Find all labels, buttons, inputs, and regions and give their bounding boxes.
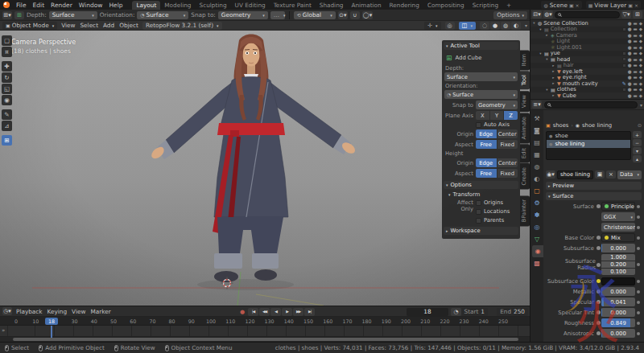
outliner-row[interactable]: ▾ ▤ yue ● ▬ ◆ bbox=[530, 51, 644, 57]
animate-dot[interactable] bbox=[637, 236, 640, 240]
scene-name[interactable]: Scene bbox=[550, 2, 568, 9]
disable-render-camera-icon[interactable]: ◆ bbox=[639, 93, 642, 98]
disable-render-camera-icon[interactable]: ◆ bbox=[639, 45, 642, 50]
shading-solid[interactable]: ● bbox=[490, 22, 500, 30]
channel-expand-icon[interactable]: » bbox=[2, 327, 5, 334]
subsurface-slider[interactable]: 0.000 bbox=[601, 244, 635, 252]
unlink-scene-icon[interactable]: × bbox=[576, 2, 580, 8]
disable-render-camera-icon[interactable]: ◆ bbox=[639, 21, 642, 26]
outliner-row[interactable]: ☼ Light ● ▬ ◆ bbox=[530, 39, 644, 45]
shading-dropdown-icon[interactable]: ▾ bbox=[525, 23, 527, 28]
subsurface-method-dropdown[interactable]: Christensen-Burley bbox=[601, 223, 635, 232]
app-menu-item[interactable]: Edit bbox=[30, 2, 48, 9]
aspect-option-button[interactable]: Fixed bbox=[497, 140, 518, 149]
disable-render-camera-icon[interactable]: ◆ bbox=[639, 27, 642, 31]
snap-dropdown[interactable]: Geometry bbox=[218, 11, 268, 19]
origin-option-button[interactable]: Center bbox=[497, 158, 518, 167]
disable-viewport-icon[interactable]: ▬ bbox=[634, 39, 638, 43]
disclosure-icon[interactable]: ▸ bbox=[551, 93, 555, 97]
tab-view-layer[interactable]: ▦ bbox=[530, 149, 543, 161]
disable-viewport-icon[interactable]: ▬ bbox=[634, 33, 638, 38]
subsurface-color-swatch[interactable] bbox=[601, 277, 635, 285]
depth-dropdown[interactable]: Surface bbox=[49, 11, 97, 19]
hide-viewport-eye-icon[interactable]: ● bbox=[628, 27, 632, 31]
tab-object[interactable]: ▢ bbox=[530, 185, 543, 197]
breadcrumb-object[interactable]: shoes bbox=[553, 122, 569, 129]
transform-orientation-dropdown[interactable]: ⟲Global bbox=[294, 11, 336, 19]
new-scene-icon[interactable]: ▣ bbox=[569, 2, 574, 8]
tab-modifiers[interactable]: ⚙ bbox=[530, 197, 543, 209]
tab-render[interactable]: ◙ bbox=[530, 125, 543, 137]
affect-option-checkbox[interactable] bbox=[476, 218, 481, 224]
tool-scale[interactable]: ◱ bbox=[2, 84, 12, 94]
disable-viewport-icon[interactable]: ▬ bbox=[634, 21, 638, 26]
tab-texture[interactable]: ▩ bbox=[530, 257, 543, 269]
workspace-tab[interactable]: Scripting bbox=[469, 1, 502, 10]
active-tool-icon[interactable]: ⊞▾ bbox=[2, 11, 12, 19]
btn-jump-start[interactable]: |◀ bbox=[248, 308, 258, 316]
orientation-dropdown[interactable]: ◔Surface bbox=[137, 11, 188, 19]
options-panel-header[interactable]: ▾Options bbox=[444, 181, 518, 189]
proportional-editing-icon[interactable]: ◯▾ bbox=[362, 11, 373, 19]
aspect-option-button[interactable]: Fixed bbox=[497, 169, 518, 178]
shading-wireframe[interactable]: ◌ bbox=[480, 22, 489, 30]
hide-viewport-eye-icon[interactable]: ● bbox=[628, 57, 632, 62]
surface-shader-field[interactable]: Principled BSDF bbox=[601, 202, 635, 211]
exclude-checkbox[interactable] bbox=[622, 64, 626, 68]
origin-option-button[interactable]: Center bbox=[497, 129, 518, 138]
tool-select-box[interactable]: ▢ bbox=[2, 35, 12, 46]
gizmo-toggle-icon[interactable]: ✛ bbox=[424, 22, 441, 30]
retopoflow-menu[interactable]: RetopoFlow 3.2.1 (self) bbox=[142, 22, 222, 30]
new-material-icon[interactable]: ▣ bbox=[595, 170, 605, 179]
aspect-option-button[interactable]: Free bbox=[476, 169, 497, 178]
disable-viewport-icon[interactable]: ▬ bbox=[634, 63, 638, 68]
hide-viewport-eye-icon[interactable]: ● bbox=[628, 51, 632, 55]
disable-viewport-icon[interactable]: ▬ bbox=[634, 93, 638, 98]
snap-magnet-icon[interactable]: ∪ bbox=[350, 11, 360, 19]
tab-output[interactable]: ▤ bbox=[530, 137, 543, 149]
outliner-search-input[interactable] bbox=[555, 11, 620, 18]
material-slot-name[interactable]: shoe lining bbox=[555, 141, 584, 147]
origin-option-button[interactable]: Edge bbox=[476, 158, 497, 167]
mode-dropdown[interactable]: ▣Object Mode bbox=[2, 22, 57, 30]
tool-move[interactable]: ✚ bbox=[2, 61, 12, 72]
depth-dropdown[interactable]: Surface bbox=[444, 72, 518, 81]
properties-options-icon[interactable]: ▾ bbox=[640, 102, 642, 108]
timeline-menu-item[interactable]: Playback bbox=[16, 308, 43, 315]
outliner-row[interactable]: ▸ ◈ Camera ● ▬ ◆ bbox=[530, 32, 644, 39]
tool-cursor[interactable]: ¤ bbox=[2, 47, 12, 57]
options-button[interactable]: Options bbox=[493, 11, 527, 19]
slot-specials-icon[interactable]: ▾ bbox=[633, 147, 642, 154]
new-collection-icon[interactable]: ⊞ bbox=[633, 10, 642, 18]
app-menu-item[interactable]: Window bbox=[76, 2, 106, 9]
hide-viewport-eye-icon[interactable]: ● bbox=[628, 45, 632, 50]
workspace-tab[interactable]: Sculpting bbox=[196, 1, 231, 10]
tool-annotate[interactable]: ✎ bbox=[2, 109, 12, 120]
properties-search-input[interactable] bbox=[544, 101, 638, 109]
outliner-row[interactable]: ▾ ▤ head ● ▬ ◆ bbox=[530, 56, 644, 63]
scene-selector[interactable]: ◍ Scene ▣ × bbox=[541, 1, 581, 9]
unlink-material-icon[interactable]: × bbox=[606, 170, 616, 179]
btn-play[interactable]: ▶ bbox=[282, 308, 292, 316]
outliner-row[interactable]: ▸ ▼ Cube ● ▬ ◆ bbox=[530, 92, 644, 99]
disable-render-camera-icon[interactable]: ◆ bbox=[639, 75, 642, 80]
exclude-checkbox[interactable] bbox=[622, 27, 626, 31]
tool-rotate[interactable]: ↻ bbox=[2, 72, 12, 83]
viewport-menu-item[interactable]: Object bbox=[119, 22, 138, 29]
disable-render-camera-icon[interactable]: ◆ bbox=[639, 51, 642, 55]
exclude-checkbox[interactable] bbox=[622, 57, 626, 61]
animate-dot[interactable] bbox=[637, 226, 640, 229]
material-name-field[interactable]: shoe lining bbox=[557, 170, 593, 179]
workspace-tab[interactable]: Modeling bbox=[160, 1, 195, 10]
filter-icon[interactable]: ▽▾ bbox=[621, 10, 631, 18]
n-panel-tab[interactable]: Item bbox=[520, 50, 530, 70]
snap-to-dropdown[interactable]: Geometry bbox=[476, 101, 518, 109]
editor-type-icon[interactable]: ≡▾ bbox=[532, 101, 542, 109]
disclosure-icon[interactable]: ▾ bbox=[545, 88, 549, 92]
workspace-panel-header[interactable]: ▸Workspace bbox=[444, 227, 518, 235]
roughness-slider[interactable]: 0.849 bbox=[601, 318, 635, 327]
auto-axis-checkbox[interactable] bbox=[476, 122, 481, 128]
btn-jump-end[interactable]: ▶| bbox=[304, 308, 315, 316]
transform-subpanel-header[interactable]: ▾Transform bbox=[448, 191, 518, 198]
scrollbar-handle[interactable] bbox=[13, 338, 518, 341]
